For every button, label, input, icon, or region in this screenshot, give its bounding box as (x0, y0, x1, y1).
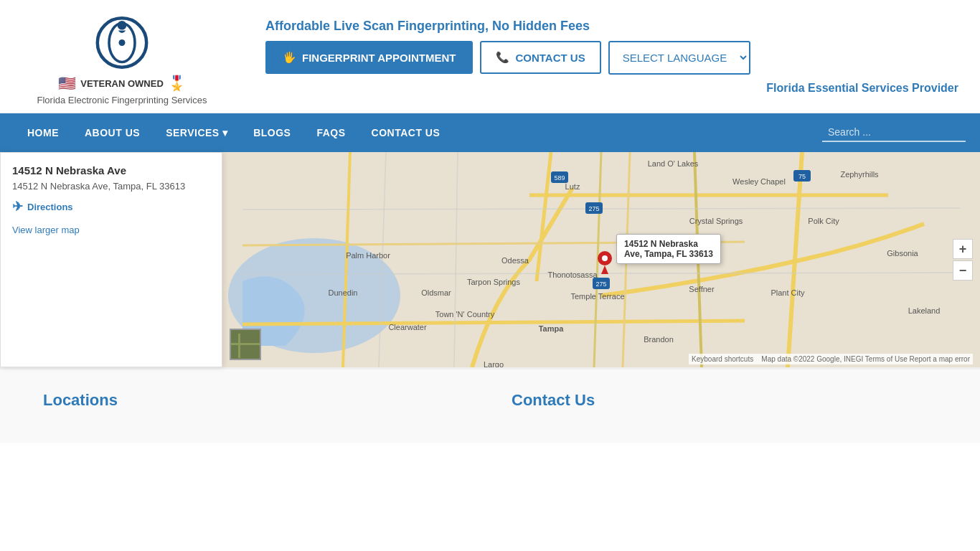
map-thumbnail (230, 329, 261, 360)
contact-heading: Contact Us (512, 391, 937, 410)
veteran-badge: VETERAN OWNED (80, 78, 164, 89)
site-name: Florida Electronic Fingerprinting Servic… (37, 95, 207, 105)
nav-link-about[interactable]: ABOUT US (72, 116, 153, 150)
logo-area: 🇺🇸 VETERAN OWNED 🎖️ Florida Electronic F… (22, 7, 222, 105)
svg-text:Thonotosassa: Thonotosassa (547, 270, 598, 279)
map-container: Lutz Odessa Palm Harbor Dunedin Clearwat… (222, 152, 980, 367)
directions-label: Directions (27, 202, 73, 212)
svg-text:75: 75 (798, 173, 806, 180)
map-svg: Lutz Odessa Palm Harbor Dunedin Clearwat… (222, 152, 980, 367)
nav-item-blogs[interactable]: BLOGS (240, 116, 303, 150)
svg-text:Largo: Largo (484, 360, 504, 367)
header-right: Affordable Live Scan Fingerprinting, No … (222, 19, 958, 95)
search-input[interactable] (822, 123, 966, 142)
svg-text:Odessa: Odessa (501, 256, 529, 265)
svg-text:Gibsonia: Gibsonia (887, 249, 918, 258)
contact-us-button[interactable]: 📞 CONTACT US (480, 41, 600, 74)
zoom-out-button[interactable]: − (953, 260, 973, 281)
svg-text:589: 589 (554, 174, 565, 182)
svg-text:275: 275 (588, 205, 599, 212)
svg-text:Tampa: Tampa (539, 324, 565, 333)
map-info-panel: 14512 N Nebraska Ave 14512 N Nebraska Av… (0, 152, 222, 367)
svg-text:Seffner: Seffner (689, 285, 715, 293)
nav-item-services[interactable]: SERVICES ▾ (153, 116, 240, 150)
header-buttons: 🖐 FINGERPRINT APPOINTMENT 📞 CONTACT US S… (265, 41, 750, 75)
svg-text:Palm Harbor: Palm Harbor (346, 251, 390, 260)
chevron-down-icon: ▾ (222, 127, 228, 138)
tagline: Affordable Live Scan Fingerprinting, No … (265, 19, 590, 34)
map-attribution: Keyboard shortcuts Map data ©2022 Google… (689, 354, 973, 364)
map-callout: 14512 N Nebraska Ave, Tampa, FL 33613 (616, 234, 721, 264)
bottom-section: Locations Contact Us (0, 367, 980, 443)
svg-point-3 (119, 39, 126, 46)
callout-line1: 14512 N Nebraska (624, 239, 713, 249)
search-area (822, 123, 966, 142)
map-section: 14512 N Nebraska Ave 14512 N Nebraska Av… (0, 152, 980, 367)
svg-point-50 (602, 255, 608, 261)
nav-item-contact[interactable]: CONTACT US (359, 116, 453, 150)
svg-text:Clearwater: Clearwater (388, 323, 427, 331)
keyboard-shortcuts-link[interactable]: Keyboard shortcuts (692, 355, 753, 363)
nav-link-blogs[interactable]: BLOGS (240, 116, 303, 150)
map-controls: + − (953, 239, 973, 281)
nav-link-home[interactable]: HOME (14, 116, 72, 150)
nav-link-faqs[interactable]: FAQS (303, 116, 358, 150)
header: 🇺🇸 VETERAN OWNED 🎖️ Florida Electronic F… (0, 0, 980, 113)
map-address-title: 14512 N Nebraska Ave (12, 164, 210, 176)
veteran-row: 🇺🇸 VETERAN OWNED 🎖️ (58, 75, 186, 92)
svg-text:Dunedin: Dunedin (329, 288, 358, 297)
svg-text:Land O' Lakes: Land O' Lakes (648, 159, 699, 168)
us-flag-icon: 🇺🇸 (58, 75, 76, 92)
nav-item-faqs[interactable]: FAQS (303, 116, 358, 150)
zoom-in-button[interactable]: + (953, 239, 973, 259)
phone-icon: 📞 (496, 51, 509, 64)
svg-text:Zephyrhills: Zephyrhills (840, 170, 879, 179)
svg-text:275: 275 (595, 281, 606, 288)
contact-column: Contact Us (512, 391, 937, 421)
nav-item-about[interactable]: ABOUT US (72, 116, 153, 150)
svg-text:Polk City: Polk City (808, 217, 839, 225)
directions-icon: ✈ (12, 199, 23, 215)
svg-text:Crystal Springs: Crystal Springs (689, 217, 743, 225)
svg-text:Wesley Chapel: Wesley Chapel (732, 177, 786, 186)
directions-link[interactable]: ✈ Directions (12, 199, 210, 215)
contact-btn-label: CONTACT US (515, 52, 585, 64)
nav-link-services[interactable]: SERVICES ▾ (153, 116, 240, 150)
callout-line2: Ave, Tampa, FL 33613 (624, 249, 713, 259)
nav-item-home[interactable]: HOME (14, 116, 72, 150)
view-larger-map-link[interactable]: View larger map (12, 225, 80, 235)
svg-rect-53 (231, 343, 261, 345)
marine-icon: 🎖️ (168, 75, 186, 92)
svg-text:Oldsmar: Oldsmar (421, 288, 451, 297)
nav-link-contact[interactable]: CONTACT US (359, 116, 453, 150)
language-select[interactable]: SELECT LANGUAGE Spanish French (608, 41, 750, 75)
main-nav: HOME ABOUT US SERVICES ▾ BLOGS FAQS CONT… (0, 113, 980, 152)
services-label: SERVICES (166, 127, 220, 138)
map-data-attribution: Map data ©2022 Google, INEGI Terms of Us… (761, 355, 970, 363)
locations-column: Locations (43, 391, 468, 421)
svg-text:Plant City: Plant City (771, 288, 805, 297)
locations-heading: Locations (43, 391, 468, 410)
svg-text:Brandon: Brandon (644, 335, 674, 344)
svg-point-2 (118, 21, 127, 30)
svg-text:Lakeland: Lakeland (908, 306, 941, 315)
svg-text:Town 'N' Country: Town 'N' Country (435, 310, 495, 319)
fingerprint-btn-label: FINGERPRINT APPOINTMENT (302, 52, 456, 64)
svg-text:Temple Terrace: Temple Terrace (571, 292, 625, 301)
svg-rect-52 (238, 334, 240, 358)
fingerprint-appointment-button[interactable]: 🖐 FINGERPRINT APPOINTMENT (265, 41, 473, 74)
fingerprint-icon: 🖐 (283, 51, 296, 64)
svg-text:Lutz: Lutz (565, 182, 580, 191)
svg-text:Tarpon Springs: Tarpon Springs (467, 278, 520, 286)
nav-links: HOME ABOUT US SERVICES ▾ BLOGS FAQS CONT… (14, 116, 822, 150)
map-address-detail: 14512 N Nebraska Ave, Tampa, FL 33613 (12, 181, 210, 192)
essential-provider: Florida Essential Services Provider (766, 82, 958, 95)
logo-icon (90, 7, 154, 72)
